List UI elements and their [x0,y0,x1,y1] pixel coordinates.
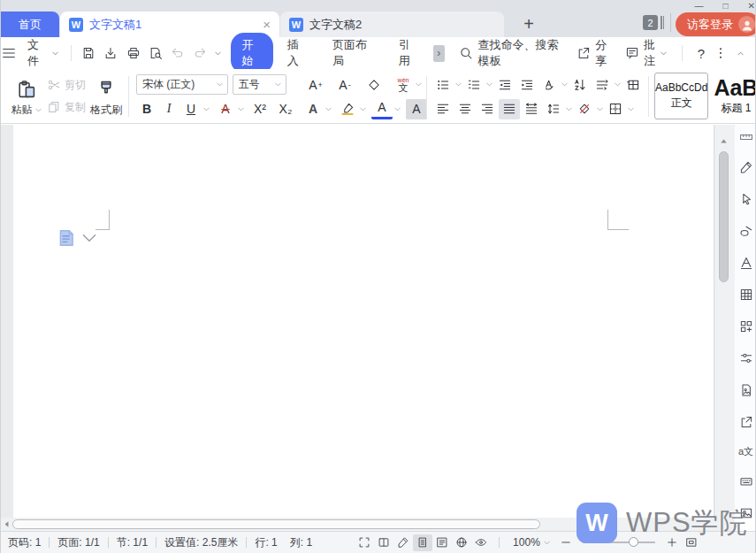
vertical-scrollbar[interactable] [715,125,735,518]
align-right-icon[interactable] [477,99,498,119]
close-window-button[interactable]: ✕ [748,0,755,12]
eye-protect-icon[interactable] [471,534,491,551]
bullet-list-icon[interactable] [432,74,454,95]
shading-icon[interactable] [574,99,595,119]
style-normal[interactable]: AaBbCcDd 正文 [654,73,708,119]
properties-icon[interactable] [739,351,753,365]
align-center-icon[interactable] [454,99,476,119]
web-layout-icon[interactable] [452,534,471,551]
ribbon-tabs-overflow-button[interactable]: › [433,45,445,62]
decrease-indent-icon[interactable] [494,74,515,95]
clipboard-group: 粘贴 剪切 复制 格式刷 [1,69,128,123]
horizontal-scroll-thumb[interactable] [12,519,540,529]
borders-icon[interactable] [605,99,626,119]
read-layout-icon[interactable] [374,534,393,551]
page-view-icon[interactable] [413,534,432,551]
comment-button[interactable]: 批注 [617,37,676,69]
shapes-icon[interactable] [739,224,753,238]
draw-tool-icon[interactable] [739,160,753,174]
new-tab-button[interactable]: + [516,12,541,37]
help-button[interactable]: ? [689,46,714,61]
ribbon-tab-references[interactable]: 引用 [388,33,430,73]
increase-indent-icon[interactable] [516,74,538,95]
numbered-list-icon[interactable] [463,74,485,95]
material-library-icon[interactable] [739,383,753,397]
copy-button[interactable]: 复制 [47,100,86,115]
undo-button[interactable] [166,42,188,65]
scroll-up-icon[interactable] [718,135,729,147]
align-left-icon[interactable] [432,99,454,119]
italic-button[interactable]: I [158,99,179,119]
font-color-button[interactable]: A [371,99,393,119]
style-heading1[interactable]: AaB 标题 1 [714,76,756,116]
subscript-button[interactable]: X₂ [275,99,296,119]
format-painter-button[interactable]: 格式刷 [86,69,126,123]
save-button[interactable] [78,42,100,65]
ribbon-tab-page-layout[interactable]: 页面布局 [322,33,385,73]
pinyin-guide-button[interactable]: wén文 [393,74,414,95]
quickbar-options-icon[interactable] [214,50,222,58]
zoom-out-icon[interactable] [556,534,576,551]
wordart-icon[interactable] [739,256,753,270]
font-size-select[interactable]: 五号 [233,74,286,95]
align-justify-icon[interactable] [499,99,520,119]
translate-icon[interactable]: a文 [738,447,753,457]
file-menu[interactable]: 文件 [17,37,65,69]
share-button[interactable]: 分享 [569,37,617,69]
select-cursor-icon[interactable] [739,192,753,206]
maximize-button[interactable]: □ [723,0,729,12]
ribbon-tab-insert[interactable]: 插入 [277,33,318,73]
document-page[interactable] [13,125,714,518]
minimize-button[interactable]: — [695,0,704,12]
keyboard-icon[interactable] [739,474,753,488]
outline-view-icon[interactable] [432,534,452,551]
close-tab-icon[interactable]: × [263,17,271,32]
document-tab-inactive[interactable]: W 文字文稿2 [280,12,504,37]
guest-login-button[interactable]: 访客登录 [676,12,756,36]
clear-format-icon[interactable] [363,74,385,95]
underline-button[interactable]: U [180,99,202,119]
cut-button[interactable]: 剪切 [47,78,86,93]
window-count-badge[interactable]: 2 [643,15,658,30]
show-marks-icon[interactable] [592,74,613,95]
document-area: a文 [1,125,756,518]
hamburger-icon[interactable] [1,45,17,61]
bold-button[interactable]: B [136,99,157,119]
sort-icon[interactable] [569,74,591,95]
ribbon-tab-home[interactable]: 开始 [231,33,272,73]
command-search[interactable]: 查找命令、搜索模板 [459,37,569,69]
share-panel-icon[interactable] [739,415,753,429]
paste-button[interactable]: 粘贴 [6,69,47,123]
tab-settings-icon[interactable] [622,74,644,95]
export-button[interactable] [100,42,122,65]
window-list-icon[interactable] [661,16,664,29]
more-options-icon[interactable] [714,46,728,60]
collapse-ribbon-icon[interactable] [737,50,745,58]
text-effects-button[interactable]: A [302,99,324,119]
zoom-level[interactable]: 100% [513,536,551,549]
superscript-button[interactable]: X² [249,99,271,119]
document-assistant-icon[interactable] [57,228,99,248]
fullscreen-icon[interactable] [355,534,374,551]
distribute-icon[interactable] [521,99,542,119]
print-preview-button[interactable] [144,42,166,65]
components-icon[interactable] [739,319,753,334]
highlight-color-icon[interactable] [337,99,358,119]
font-name-select[interactable]: 宋体 (正文) [136,74,228,95]
redo-button[interactable] [188,42,210,65]
chevron-down-icon [485,81,493,88]
text-direction-icon[interactable] [538,74,560,95]
scroll-left-icon[interactable] [1,518,12,530]
line-spacing-icon[interactable] [543,99,564,119]
table-icon[interactable] [739,288,753,302]
increase-font-button[interactable]: A+ [305,74,326,95]
font-size-value: 五号 [239,77,260,92]
decrease-font-button[interactable]: A- [334,74,355,95]
vertical-scroll-thumb[interactable] [719,151,729,282]
home-tab[interactable]: 首页 [1,12,59,37]
ink-icon[interactable] [393,534,413,551]
char-shading-button[interactable]: A [406,99,427,119]
print-button[interactable] [122,42,144,65]
ruler-toggle-icon[interactable] [739,130,753,144]
strikethrough-button[interactable]: A [215,99,236,119]
